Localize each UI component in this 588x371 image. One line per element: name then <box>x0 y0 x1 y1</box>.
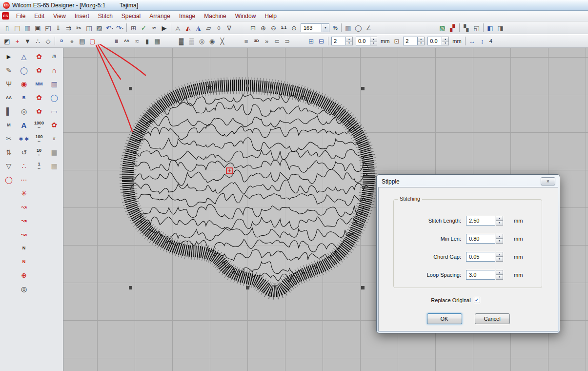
zoom-fit-button[interactable]: ⊙ <box>289 23 299 33</box>
underlay-button[interactable]: ≡ <box>241 36 251 46</box>
replace-original-checkbox[interactable]: ✓ <box>474 297 480 303</box>
rotate-tool[interactable]: ↺ <box>17 146 31 159</box>
grid-col-spacing[interactable]: 0.0▲▼ <box>356 37 377 45</box>
menu-arrange[interactable]: Arrange <box>145 11 175 21</box>
grid-rows-value[interactable]: 2 <box>403 37 418 45</box>
min-len-input[interactable]: 0.80 <box>466 234 495 244</box>
menu-image[interactable]: Image <box>175 11 200 21</box>
chord-gap-spinner[interactable]: ▲▼ <box>496 252 503 262</box>
zoom-in-button[interactable]: ⊕ <box>258 23 268 33</box>
run-stitch-a-tool[interactable]: ↝ <box>17 201 31 213</box>
block-tool-a[interactable]: ▦ <box>47 146 61 159</box>
dim-artwork-button[interactable]: ● <box>67 36 77 46</box>
menu-view[interactable]: View <box>49 11 70 21</box>
color-film-button[interactable]: ▞ <box>447 23 458 33</box>
dotted-run-tool[interactable]: ∴ <box>17 160 31 172</box>
grid-columns-value[interactable]: 2 <box>331 37 346 45</box>
ladder-stitch-tool[interactable]: # <box>47 132 61 145</box>
contour-fill-button[interactable]: ◎ <box>197 36 207 46</box>
stitch-100[interactable]: 100↔ <box>32 132 46 145</box>
column-b-tool[interactable]: B <box>17 91 31 104</box>
spin-down-icon[interactable]: ▼ <box>496 220 503 226</box>
export-machine-file-button[interactable]: ⇓ <box>53 23 63 33</box>
print-preview-button[interactable]: ◰ <box>43 23 53 33</box>
reshape-tool[interactable]: △ <box>17 50 31 63</box>
pull-compensation-button[interactable]: ⊂ <box>272 36 282 46</box>
spin-up-icon[interactable]: ▲ <box>442 37 449 41</box>
oval-select-tool[interactable]: ◯ <box>2 173 16 186</box>
redo-button[interactable]: ↷▾ <box>115 23 125 33</box>
spin-up-icon[interactable]: ▲ <box>496 216 503 221</box>
grid-rows[interactable]: 2▲▼ <box>403 37 425 45</box>
spin-up-icon[interactable]: ▲ <box>496 234 503 239</box>
graded-fill-tool[interactable]: ▥ <box>47 78 61 90</box>
insert-embroidery-button[interactable]: ⊞ <box>128 23 139 33</box>
spacing-icon-button[interactable]: ⊡ <box>391 36 402 46</box>
spiral-fill-button[interactable]: ◉ <box>207 36 217 46</box>
grid-col-spacing-value[interactable]: 0.0 <box>356 37 370 45</box>
effect-3d-button[interactable]: 3D <box>251 36 262 46</box>
spin-up-icon[interactable]: ▲ <box>346 37 353 41</box>
zoom-level[interactable]: 163▼ <box>301 23 329 32</box>
n-stitch-dark-tool[interactable]: Ν <box>17 242 31 254</box>
flower-small-tool[interactable]: ✿ <box>32 91 46 104</box>
grid-col-spacing-spinner[interactable]: ▲▼ <box>370 37 377 45</box>
outline-design-button[interactable]: ◊ <box>214 23 224 33</box>
show-grid-button[interactable]: ▦ <box>343 23 353 33</box>
grid-row-spacing[interactable]: 0.0▲▼ <box>427 37 449 45</box>
save-design-button[interactable]: ▦ <box>22 23 33 33</box>
cut-button[interactable]: ✂ <box>74 23 84 33</box>
needle-points-button[interactable]: + <box>12 36 22 46</box>
penetration-tool[interactable]: ◉ <box>17 78 31 90</box>
object-list-button[interactable]: ▚ <box>461 23 471 33</box>
process-stitches-button[interactable]: ≈ <box>149 23 159 33</box>
n-stitch-red-tool[interactable]: Ν <box>17 255 31 268</box>
paste-button[interactable]: ▨ <box>94 23 104 33</box>
spin-down-icon[interactable]: ▼ <box>442 41 449 46</box>
grid-row-spacing-spinner[interactable]: ▲▼ <box>442 37 449 45</box>
flip-tool[interactable]: ⇅ <box>2 146 16 159</box>
menu-help[interactable]: Help <box>260 11 281 21</box>
spin-up-icon[interactable]: ▲ <box>496 270 503 275</box>
zigzag-column-tool[interactable]: ΛΛ <box>2 91 16 104</box>
circle-plus-tool[interactable]: ⊕ <box>17 269 31 282</box>
spin-down-icon[interactable]: ▼ <box>370 41 377 46</box>
rectangle-tool[interactable]: ▭ <box>47 105 61 118</box>
trapunto-button[interactable]: » <box>262 36 272 46</box>
dash-line-tool[interactable]: ⋯ <box>17 173 31 186</box>
show-design-d-button[interactable]: D <box>57 36 67 46</box>
freehand-closed-tool[interactable]: ◯ <box>17 64 31 77</box>
grid-columns-spinner[interactable]: ▲▼ <box>346 37 353 45</box>
options-button[interactable]: ◨ <box>495 23 506 33</box>
loop-spacing-spinner[interactable]: ▲▼ <box>496 270 503 280</box>
stitch-player-button[interactable]: ▶ <box>159 23 169 33</box>
ok-button[interactable]: OK <box>427 313 462 324</box>
copy-button[interactable]: ◫ <box>84 23 94 33</box>
zoom-factor-button[interactable]: ◩ <box>2 36 12 46</box>
zoom-level-value[interactable]: 163 <box>301 23 322 32</box>
nudge-horizontal-button[interactable]: ↔ <box>467 36 477 46</box>
spin-up-icon[interactable]: ▲ <box>496 252 503 257</box>
mesh-fill-tool[interactable]: M <box>2 119 16 131</box>
motif-tool[interactable]: MM <box>32 78 46 90</box>
freehand-open-tool[interactable]: ✎ <box>2 64 16 77</box>
flower-outline-tool[interactable]: ✿ <box>32 64 46 77</box>
spin-down-icon[interactable]: ▼ <box>496 274 503 280</box>
circle-ring-tool[interactable]: ◎ <box>17 283 31 295</box>
send-to-machine-button[interactable]: ⇉ <box>63 23 74 33</box>
hoop-layout-b-button[interactable]: ⊟ <box>316 36 326 46</box>
stitch-10[interactable]: 10↔ <box>32 146 46 159</box>
menu-machine[interactable]: Machine <box>200 11 230 21</box>
new-design-button[interactable]: ▯ <box>2 23 12 33</box>
spin-up-icon[interactable]: ▲ <box>418 37 425 41</box>
flower-run-tool[interactable]: ✿ <box>32 105 46 118</box>
run-stitch-b-tool[interactable]: ↝ <box>17 214 31 227</box>
motif-run-button[interactable]: ≈ <box>132 36 142 46</box>
check-design-button[interactable]: ✓ <box>139 23 149 33</box>
object-properties-button[interactable]: ▤ <box>77 36 87 46</box>
spin-down-icon[interactable]: ▼ <box>496 256 503 262</box>
dialog-titlebar[interactable]: Stipple × <box>378 176 558 187</box>
skew-tool[interactable]: ▽ <box>2 160 16 172</box>
monogram-tool[interactable]: ∗∗ <box>17 132 31 145</box>
stitch-length-spinner[interactable]: ▲▼ <box>496 216 503 226</box>
